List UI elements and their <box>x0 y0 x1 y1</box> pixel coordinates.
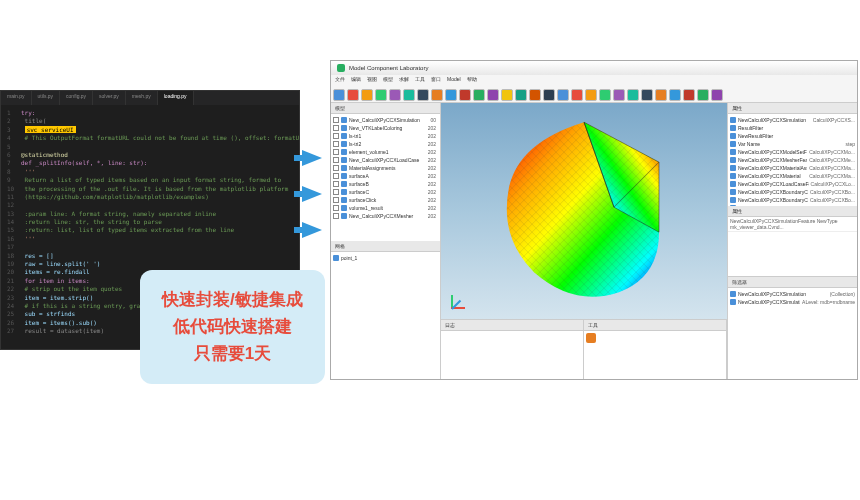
menu-item[interactable]: 帮助 <box>467 76 477 86</box>
toolbar-button[interactable] <box>347 89 359 101</box>
editor-tab[interactable]: mesh.py <box>126 91 158 105</box>
menu-item[interactable]: 编辑 <box>351 76 361 86</box>
toolbar-button[interactable] <box>529 89 541 101</box>
toolbar-button[interactable] <box>557 89 569 101</box>
tree-item[interactable]: MaterialAssignments202 <box>333 164 438 172</box>
tree-item[interactable]: NewCalculiXPyCCXModelSetFeatureCalculiXP… <box>730 148 855 156</box>
checkbox-icon[interactable] <box>333 213 339 219</box>
3d-viewport[interactable] <box>441 103 727 319</box>
menu-item[interactable]: 窗口 <box>431 76 441 86</box>
tree-item[interactable]: NewCalculiXPyCCXBoundaryConditionFeature… <box>730 196 855 204</box>
node-icon <box>341 125 347 131</box>
tool-icon[interactable] <box>586 333 596 343</box>
point-panel[interactable]: point_1 <box>331 252 440 379</box>
tree-item[interactable]: surfaceClick202 <box>333 196 438 204</box>
toolbar-button[interactable] <box>641 89 653 101</box>
menu-item[interactable]: 文件 <box>335 76 345 86</box>
tree-item[interactable]: element_volume1202 <box>333 148 438 156</box>
toolbar-button[interactable] <box>627 89 639 101</box>
toolbar-button[interactable] <box>501 89 513 101</box>
checkbox-icon[interactable] <box>333 165 339 171</box>
toolbar-button[interactable] <box>683 89 695 101</box>
tree-item[interactable]: New_CalculiXPyCCXSimulation00 <box>333 116 438 124</box>
toolbar-button[interactable] <box>403 89 415 101</box>
tree-item[interactable]: ResultFilter <box>730 124 855 132</box>
feature-tree[interactable]: NewCalculiXPyCCXSimulationCalculiXPyCCXS… <box>728 114 857 206</box>
menu-item[interactable]: 工具 <box>415 76 425 86</box>
axis-gizmo <box>451 285 475 309</box>
tree-item[interactable]: NewCalculiXPyCCXSimulationFeatureALevel:… <box>730 298 855 306</box>
prop-key: NewCalculiXPyCCXBoundaryConditionFeature <box>738 197 808 203</box>
toolbar-button[interactable] <box>571 89 583 101</box>
model-tree[interactable]: New_CalculiXPyCCXSimulation00New_VTKLabe… <box>331 114 440 241</box>
tree-item[interactable]: surfaceC202 <box>333 188 438 196</box>
checkbox-icon[interactable] <box>333 149 339 155</box>
checkbox-icon[interactable] <box>333 181 339 187</box>
toolbar-button[interactable] <box>431 89 443 101</box>
checkbox-icon[interactable] <box>333 141 339 147</box>
tree-item[interactable]: NewResultFilter <box>730 132 855 140</box>
props-panel[interactable]: NameNewCalculiXPyCCXSimulationFeature Ne… <box>728 217 857 277</box>
checkbox-icon[interactable] <box>333 173 339 179</box>
toolbar-button[interactable] <box>375 89 387 101</box>
tree-item[interactable]: NewCalculiXPyCCXBoundaryConditionFeature… <box>730 188 855 196</box>
toolbar-button[interactable] <box>361 89 373 101</box>
checkbox-icon[interactable] <box>333 125 339 131</box>
editor-tab[interactable]: solver.py <box>93 91 126 105</box>
tree-item[interactable]: point_1 <box>333 254 438 262</box>
toolbar-button[interactable] <box>389 89 401 101</box>
tree-item[interactable]: volume1_result202 <box>333 204 438 212</box>
checkbox-icon[interactable] <box>333 157 339 163</box>
checkbox-icon[interactable] <box>333 205 339 211</box>
prop-row[interactable]: NameNewCalculiXPyCCXSimulationFeature Ne… <box>728 217 857 232</box>
editor-tab[interactable]: utils.py <box>32 91 61 105</box>
tree-item[interactable]: NewCalculiXPyCCXMaterialCalculiXPyCCXMa.… <box>730 172 855 180</box>
editor-tab[interactable]: main.py <box>1 91 32 105</box>
tree-item[interactable]: Var Namestep <box>730 140 855 148</box>
toolbar-button[interactable] <box>473 89 485 101</box>
checkbox-icon[interactable] <box>333 117 339 123</box>
tree-item[interactable]: surfaceA202 <box>333 172 438 180</box>
tree-item[interactable]: New_CalculiXPyCCXMesher202 <box>333 212 438 220</box>
checkbox-icon[interactable] <box>333 197 339 203</box>
tree-item[interactable]: NewCalculiXPyCCXSimulationCalculiXPyCCXS… <box>730 116 855 124</box>
toolbar-button[interactable] <box>445 89 457 101</box>
tree-item[interactable]: NewCalculiXPyCCXLoadCaseFeatureCalculiXP… <box>730 180 855 188</box>
node-icon <box>730 141 736 147</box>
menu-item[interactable]: 模型 <box>383 76 393 86</box>
toolbar-button[interactable] <box>711 89 723 101</box>
point-panel-header: 网格 <box>331 241 440 252</box>
toolbar-button[interactable] <box>599 89 611 101</box>
toolbar-button[interactable] <box>655 89 667 101</box>
checkbox-icon[interactable] <box>333 133 339 139</box>
toolbar[interactable] <box>331 87 857 103</box>
toolbar-button[interactable] <box>543 89 555 101</box>
tree-item[interactable]: New_VTKLabelColoring202 <box>333 124 438 132</box>
tree-item[interactable]: surfaceB202 <box>333 180 438 188</box>
toolbar-button[interactable] <box>669 89 681 101</box>
menu-item[interactable]: 视图 <box>367 76 377 86</box>
code-line: 9 Return a list of typed items based on … <box>7 176 293 184</box>
menu-item[interactable]: 求解 <box>399 76 409 86</box>
tree-item[interactable]: NewCalculiXPyCCXMaterialAssignmentFeatur… <box>730 164 855 172</box>
tree-item[interactable]: ls-tri1202 <box>333 132 438 140</box>
editor-tab[interactable]: loading.py <box>158 91 194 105</box>
toolbar-button[interactable] <box>417 89 429 101</box>
menu-bar[interactable]: 文件编辑视图模型求解工具窗口Model帮助 <box>331 75 857 87</box>
tree-item[interactable]: New_CalculiXPyCCXLoadCase202 <box>333 156 438 164</box>
menu-item[interactable]: Model <box>447 76 461 86</box>
tree-item[interactable]: NewCalculiXPyCCXSimulation(Collection) <box>730 290 855 298</box>
toolbar-button[interactable] <box>613 89 625 101</box>
checkbox-icon[interactable] <box>333 189 339 195</box>
editor-tab[interactable]: config.py <box>60 91 93 105</box>
toolbar-button[interactable] <box>487 89 499 101</box>
tree-item[interactable]: NewCalculiXPyCCXMesherFeatureCalculiXPyC… <box>730 156 855 164</box>
toolbar-button[interactable] <box>515 89 527 101</box>
prop-key: NewCalculiXPyCCXModelSetFeature <box>738 149 807 155</box>
toolbar-button[interactable] <box>585 89 597 101</box>
toolbar-button[interactable] <box>459 89 471 101</box>
toolbar-button[interactable] <box>333 89 345 101</box>
toolbar-button[interactable] <box>697 89 709 101</box>
tree-item[interactable]: ls-tri2202 <box>333 140 438 148</box>
collection-panel[interactable]: NewCalculiXPyCCXSimulation(Collection)Ne… <box>728 288 857 380</box>
